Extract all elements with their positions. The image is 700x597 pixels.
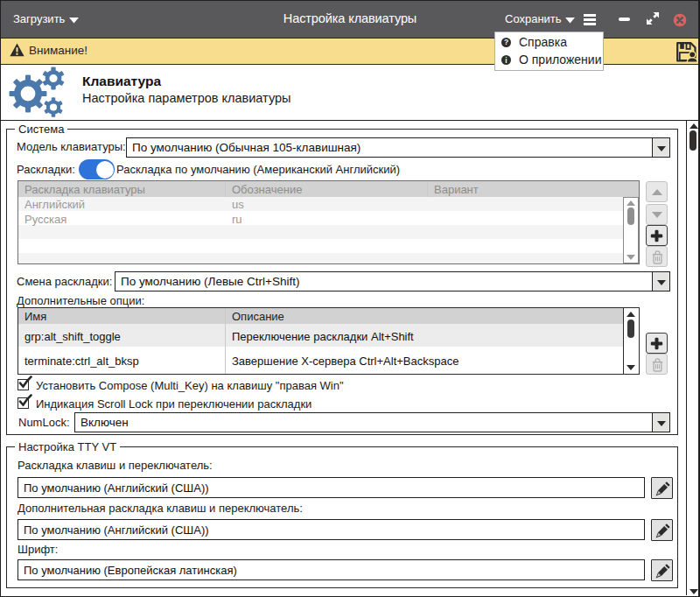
svg-text:?: ? bbox=[504, 38, 508, 46]
svg-text:i: i bbox=[505, 56, 507, 65]
